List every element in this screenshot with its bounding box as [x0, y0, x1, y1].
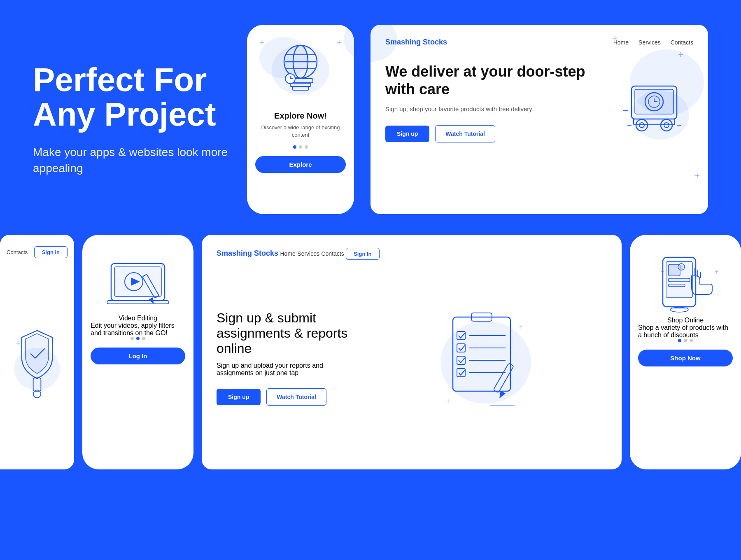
- shop-icon-area: 🛒 + ✦: [650, 251, 720, 317]
- nav-contacts-2[interactable]: Contacts: [321, 250, 344, 257]
- delivery-desc: Sign up, shop your favorite products wit…: [385, 105, 603, 114]
- dot-inactive: [305, 145, 308, 149]
- explore-button[interactable]: Explore: [255, 156, 346, 173]
- assignments-btn-row: Sign up Watch Tutorial: [217, 388, 357, 406]
- svg-text:+: +: [16, 339, 21, 348]
- phone-card-video: + + Video Editing Edit your videos, appl…: [82, 235, 193, 469]
- dot-inactive: [690, 339, 693, 342]
- dot-inactive: [299, 145, 302, 149]
- shop-online-icon: 🛒 + ✦: [650, 251, 720, 315]
- video-editing-icon: +: [103, 251, 173, 313]
- hero-subtitle: Make your apps & websites look more appe…: [33, 144, 231, 176]
- dot-inactive: [142, 337, 145, 340]
- svg-text:+: +: [447, 397, 451, 405]
- dot-active: [678, 339, 681, 342]
- svg-text:🛒: 🛒: [678, 264, 685, 270]
- dots-indicator: [293, 145, 308, 149]
- phone-card-shop: + + 🛒: [630, 235, 741, 469]
- svg-text:+: +: [161, 261, 165, 269]
- assignments-tutorial-button[interactable]: Watch Tutorial: [266, 388, 326, 406]
- video-editing-icon-area: +: [103, 251, 173, 315]
- assignments-desc: Sign up and upload your reports and assi…: [217, 362, 357, 377]
- plus-decoration: +: [727, 25, 733, 35]
- dot-inactive: [130, 337, 134, 340]
- hero-title: Perfect For Any Project: [33, 63, 231, 132]
- shield-icon: +: [8, 312, 66, 415]
- nav-contacts[interactable]: Contacts: [671, 39, 693, 46]
- partial-left-card: Contacts Sign In +: [0, 235, 74, 469]
- nav-services-2[interactable]: Services: [297, 250, 319, 257]
- plus-decoration: +: [612, 33, 618, 44]
- blob-decoration: [344, 16, 397, 62]
- web-card-delivery: + + + Smashing Stocks Home Services Cont…: [370, 25, 708, 214]
- dot-active: [293, 145, 296, 149]
- hero-text-block: Perfect For Any Project Make your apps &…: [33, 63, 231, 176]
- delivery-btn-row: Sign up Watch Tutorial: [385, 125, 603, 142]
- dot-active: [136, 337, 140, 340]
- svg-text:+: +: [661, 268, 664, 275]
- plus-decoration: +: [694, 170, 700, 181]
- signup-button[interactable]: Sign up: [385, 126, 429, 142]
- assignments-signin-button[interactable]: Sign In: [346, 248, 379, 260]
- phone-card-explore: + + Explore: [247, 25, 354, 214]
- dots-indicator: [130, 337, 145, 340]
- plus-decoration: +: [8, 12, 14, 23]
- assignments-brand: Smashing Stocks: [217, 249, 278, 257]
- blob-decoration: [8, 12, 62, 58]
- web-card-assignments: Smashing Stocks Home Services Contacts S…: [202, 235, 622, 469]
- watch-tutorial-button[interactable]: Watch Tutorial: [435, 125, 495, 142]
- plus-decoration: +: [336, 37, 342, 48]
- plus-decoration: +: [727, 12, 733, 23]
- assignments-signup-button[interactable]: Sign up: [217, 389, 261, 405]
- assignments-title: Sign up & submit assignments & reports o…: [217, 310, 357, 356]
- partial-contacts-label: Contacts: [7, 249, 28, 255]
- shop-card-desc: Shop a variety of products with a bunch …: [638, 324, 733, 339]
- assignments-content: Sign up & submit assignments & reports o…: [217, 260, 607, 456]
- assignments-left: Sign up & submit assignments & reports o…: [217, 260, 357, 456]
- explore-card-desc: Discover a wide range of exciting conten…: [255, 124, 346, 139]
- delivery-navbar: Smashing Stocks Home Services Contacts: [385, 38, 693, 47]
- shop-card-title: Shop Online: [667, 317, 704, 324]
- svg-text:✦: ✦: [714, 268, 719, 275]
- svg-text:+: +: [519, 323, 523, 331]
- bottom-section: Contacts Sign In + +: [0, 235, 741, 469]
- dot-inactive: [684, 339, 687, 342]
- clipboard-icon: + +: [428, 296, 543, 420]
- dots-indicator: [678, 339, 693, 342]
- shop-now-button[interactable]: Shop Now: [638, 350, 733, 366]
- video-card-desc: Edit your videos, apply filters and tran…: [91, 322, 185, 337]
- nav-home-2[interactable]: Home: [280, 250, 296, 257]
- blob-decoration: [259, 37, 309, 78]
- login-button[interactable]: Log In: [91, 348, 185, 364]
- partial-signin-button[interactable]: Sign In: [34, 246, 68, 258]
- blob-decoration: [630, 49, 704, 115]
- assignments-right: + +: [365, 260, 607, 456]
- explore-card-title: Explore Now!: [274, 111, 327, 121]
- delivery-title: We deliver at your door-step with care: [385, 63, 603, 98]
- video-card-title: Video Editing: [119, 315, 157, 322]
- delivery-left: We deliver at your door-step with care S…: [385, 63, 603, 143]
- nav-services[interactable]: Services: [638, 39, 661, 46]
- shield-icon-area: +: [7, 268, 68, 458]
- partial-top-nav: Contacts Sign In: [7, 246, 68, 258]
- assignments-navbar: Smashing Stocks Home Services Contacts S…: [217, 248, 607, 260]
